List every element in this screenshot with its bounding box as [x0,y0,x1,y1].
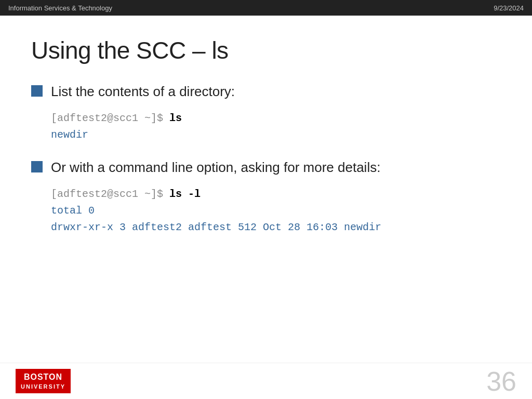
code-output-2a: total 0 [51,203,501,219]
bullet-section-2: Or with a command line option, asking fo… [31,159,501,236]
code-prompt-2: [adftest2@scc1 ~]$ [51,188,169,200]
bullet-item-2: Or with a command line option, asking fo… [31,159,501,177]
bullet-text-1: List the contents of a directory: [51,83,235,101]
slide-title: Using the SCC – ls [31,36,501,64]
bullet-section-1: List the contents of a directory: [adfte… [31,83,501,143]
bullet-item-1: List the contents of a directory: [31,83,501,101]
logo-line1: BOSTON [24,372,62,383]
code-output-1: newdir [51,127,501,143]
org-name: Information Services & Technology [8,4,112,12]
slide-date: 9/23/2024 [494,4,524,12]
code-command-2: ls -l [169,188,201,200]
bullet-marker-2 [31,161,43,172]
code-block-2: [adftest2@scc1 ~]$ ls -l total 0 drwxr-x… [51,186,501,236]
slide-number: 36 [486,366,516,397]
code-prompt-1: [adftest2@scc1 ~]$ [51,112,169,124]
logo-line2: UNIVERSITY [21,383,65,390]
bu-logo: BOSTON UNIVERSITY [16,369,71,393]
code-block-1: [adftest2@scc1 ~]$ ls newdir [51,110,501,143]
code-line-2: [adftest2@scc1 ~]$ ls -l [51,186,501,203]
code-line-1: [adftest2@scc1 ~]$ ls [51,110,501,127]
bullet-marker-1 [31,85,43,97]
code-output-2b: drwxr-xr-x 3 adftest2 adftest 512 Oct 28… [51,219,501,236]
main-content: Using the SCC – ls List the contents of … [0,16,532,262]
bottom-bar: BOSTON UNIVERSITY 36 [0,363,532,399]
bullet-text-2: Or with a command line option, asking fo… [51,159,380,177]
code-command-1: ls [169,112,182,124]
top-bar: Information Services & Technology 9/23/2… [0,0,532,16]
